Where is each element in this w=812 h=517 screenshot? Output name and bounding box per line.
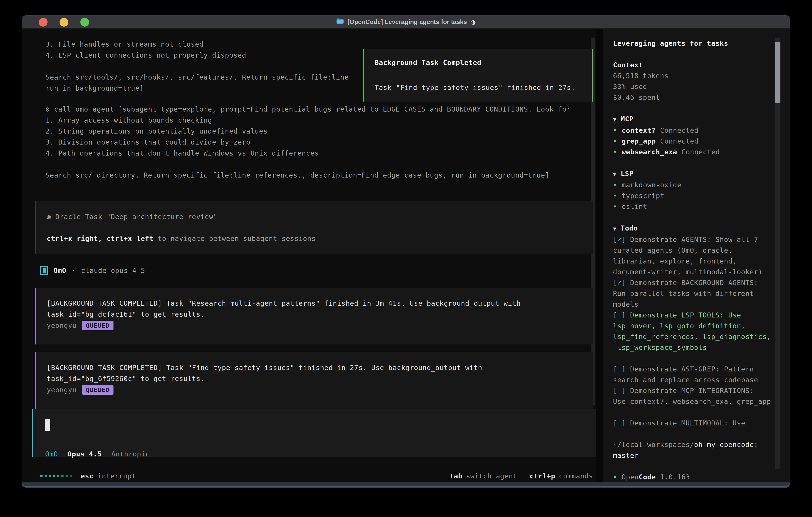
lsp-item: •typescript — [613, 190, 774, 201]
ctrlp-key-label: commands — [559, 472, 593, 480]
spinner-dots-icon — [40, 475, 72, 477]
todo-section-header[interactable]: ▼ Todo — [613, 223, 774, 234]
window-title-text: [OpenCode] Leveraging agents for tasks — [347, 19, 467, 26]
log-line — [46, 159, 571, 170]
separator-dot: · — [71, 267, 76, 274]
mcp-status: Connected — [660, 137, 698, 145]
tab-key-hint: tab — [450, 472, 462, 480]
todo-line: [ ] Demonstrate AST-GREP: Pattern — [613, 364, 774, 375]
sidebar-scrollbar-thumb[interactable] — [775, 42, 780, 103]
statusbar-left: esc interrupt — [40, 470, 136, 482]
bullet-icon: • — [613, 202, 617, 211]
log-line: 2. String operations on potentially unde… — [46, 126, 571, 137]
close-button[interactable] — [39, 18, 48, 27]
mcp-status: Connected — [682, 148, 720, 156]
input-model-name: Opus 4.5 — [67, 448, 102, 460]
agent-name: OmO — [54, 267, 66, 274]
log-line — [46, 61, 349, 72]
todo-line: [ ] Demonstrate MULTIMODAL: Use — [613, 418, 774, 429]
agent-call-text: call_omo_agent [subagent_type=explore, p… — [54, 105, 571, 113]
zoom-button[interactable] — [80, 18, 89, 27]
lsp-item: •eslint — [613, 201, 774, 212]
esc-key-label: interrupt — [97, 472, 136, 480]
todo-item-lsp-tools: [ ] Demonstrate LSP TOOLS: Uselsp_hover,… — [613, 310, 774, 353]
log-line: 4. Path operations that don't handle Win… — [46, 148, 571, 159]
oracle-title-row: ◉ Oracle Task "Deep architecture review" — [47, 211, 593, 222]
lsp-section-header[interactable]: ▼ LSP — [613, 168, 774, 180]
log-line: 4. LSP client connections not properly d… — [46, 50, 349, 61]
minimize-button[interactable] — [60, 18, 68, 27]
window-bottom-edge — [22, 482, 790, 487]
oracle-hint-text: to navigate between subagent sessions — [153, 235, 316, 243]
workspace-repo: oh-my-opencode: — [694, 441, 758, 448]
mcp-name: websearch_exa — [621, 148, 677, 156]
input-provider-name: Anthropic — [111, 448, 150, 460]
lsp-name: typescript — [621, 192, 664, 200]
gear-icon: ⚙ — [46, 105, 50, 113]
mcp-item: •grep_app Connected — [613, 136, 774, 146]
bullet-icon: • — [613, 181, 617, 189]
background-task-card: [BACKGROUND TASK COMPLETED] Task "Resear… — [35, 288, 593, 345]
log-block-leaks: 3. File handles or streams not closed4. … — [46, 39, 349, 94]
omo-agent-icon — [40, 266, 48, 275]
input-agent-name: OmO — [45, 448, 58, 460]
log-line: run_in_background=true] — [46, 83, 349, 94]
traffic-lights — [39, 16, 89, 29]
todo-line: lsp_workspace_symbols — [613, 342, 774, 353]
todo-line: [ ] Demonstrate MCP INTEGRATIONS: — [613, 385, 774, 396]
mcp-section-header[interactable]: ▼ MCP — [613, 113, 774, 125]
workspace-branch: master — [613, 450, 774, 461]
oracle-hint-keys: ctrl+x right, ctrl+x left — [47, 235, 153, 243]
sidebar-scrollbar[interactable] — [775, 37, 780, 469]
context-stat-line: 66,518 tokens — [613, 71, 774, 81]
prompt-input[interactable]: OmO Opus 4.5 Anthropic — [32, 409, 596, 457]
agent-model: claude-opus-4-5 — [81, 267, 145, 274]
context-stat-line: $0.46 spent — [613, 92, 774, 103]
agent-call-lines: 1. Array access without bounds checking2… — [46, 115, 571, 181]
todo-line: [✓] Demonstrate BACKGROUND AGENTS: — [613, 277, 774, 288]
titlebar: [OpenCode] Leveraging agents for tasks ◑ — [22, 16, 790, 29]
log-line: 3. File handles or streams not closed — [46, 39, 349, 50]
notification-toast[interactable]: Background Task Completed Task "Find typ… — [363, 49, 592, 102]
task-meta-row: yeongyu QUEUED — [47, 320, 593, 331]
mcp-item: •websearch_exa Connected — [613, 146, 774, 157]
mcp-item: •context7 Connected — [613, 125, 774, 136]
todo-line: curated agents (OmO, oracle, — [613, 245, 774, 256]
window-title: [OpenCode] Leveraging agents for tasks ◑ — [336, 18, 476, 26]
log-line: 1. Array access without bounds checking — [46, 115, 571, 126]
queued-badge: QUEUED — [82, 385, 114, 394]
oracle-title: Oracle Task "Deep architecture review" — [55, 213, 218, 221]
notification-title: Background Task Completed — [375, 57, 591, 68]
todo-item-multimodal: [ ] Demonstrate MULTIMODAL: Use — [613, 418, 774, 429]
workspace-path: ~/local-workspaces/oh-my-opencode: — [613, 439, 774, 450]
todo-item-background-agents: [✓] Demonstrate BACKGROUND AGENTS:Run pa… — [613, 277, 774, 310]
sidebar: Leveraging agents for tasks Context 66,5… — [603, 29, 790, 482]
oracle-hint: ctrl+x right, ctrl+x left to navigate be… — [47, 233, 593, 244]
todo-item-mcp-integrations: [ ] Demonstrate MCP INTEGRATIONS:Use con… — [613, 385, 774, 407]
todo-line: [ ] Demonstrate LSP TOOLS: Use — [613, 310, 774, 321]
log-line: Search src/ directory. Return specific f… — [46, 170, 571, 181]
log-line: Search src/tools/, src/hooks/, src/featu… — [46, 72, 349, 83]
bullet-icon: • — [613, 473, 617, 481]
task-line: task_id="bg_6f59260c" to get results. — [47, 373, 593, 384]
mcp-name: grep_app — [621, 137, 656, 145]
ctrlp-key-hint: ctrl+p — [530, 472, 555, 480]
queued-badge: QUEUED — [82, 321, 114, 330]
folder-icon — [336, 18, 344, 26]
agent-call-block: ⚙ call_omo_agent [subagent_type=explore,… — [46, 104, 571, 181]
app-name-dim: Open — [621, 473, 639, 481]
bullet-icon: • — [613, 148, 617, 156]
tab-key-label: switch agent — [466, 472, 517, 480]
lsp-name: eslint — [621, 202, 647, 211]
todo-line: lsp_find_references, lsp_diagnostics, — [613, 331, 774, 342]
mcp-status: Connected — [660, 126, 698, 134]
text-cursor — [45, 419, 50, 431]
todo-line: lsp_hover, lsp_goto_definition, — [613, 321, 774, 331]
task-line: [BACKGROUND TASK COMPLETED] Task "Resear… — [47, 298, 593, 309]
collapse-triangle-icon: ▼ — [613, 171, 616, 177]
background-task-card: [BACKGROUND TASK COMPLETED] Task "Find t… — [35, 352, 593, 409]
lsp-heading: LSP — [621, 169, 634, 178]
lsp-name: markdown-oxide — [621, 181, 681, 189]
agent-session-header: OmO · claude-opus-4-5 — [40, 265, 145, 276]
context-stat-line: 33% used — [613, 81, 774, 92]
